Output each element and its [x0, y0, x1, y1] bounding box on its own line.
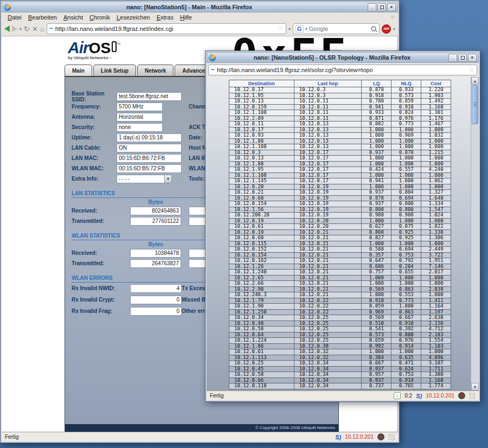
stat-value-input[interactable] — [130, 249, 181, 258]
url-bar[interactable]: ~ ☆ — [208, 65, 477, 75]
history-dropdown-icon[interactable]: ▾ — [20, 27, 22, 31]
maximize-button[interactable] — [458, 54, 467, 62]
field-input[interactable] — [117, 92, 182, 101]
firefox-icon — [4, 4, 11, 11]
url-dropdown-icon[interactable]: ▾ — [288, 27, 291, 31]
table-row: 10.12.1.7910.12.0.220.9180.7731.411 — [229, 298, 451, 304]
resize-grip[interactable] — [388, 434, 395, 440]
minimize-button[interactable]: _ — [368, 3, 376, 11]
main-title-bar[interactable]: nano: [NanoStation5] - Main - Mozilla Fi… — [2, 2, 398, 12]
menu-hilfe[interactable]: Hilfe — [177, 14, 195, 21]
field-input[interactable] — [117, 133, 182, 142]
extra-info-select[interactable]: - - - -▼ — [117, 175, 172, 183]
field-input[interactable] — [117, 164, 182, 173]
field-input[interactable] — [117, 144, 182, 152]
close-button[interactable]: × — [468, 54, 477, 62]
vertical-scrollbar[interactable]: ▲ ▼ — [471, 77, 479, 391]
scrollbar-thumb[interactable] — [472, 85, 478, 124]
airos-logo: AirOS™ by Ubiquiti Networks ~ — [68, 39, 120, 60]
resize-grip[interactable] — [469, 393, 476, 399]
forward-button[interactable] — [12, 25, 17, 32]
menu-datei[interactable]: Datei — [4, 14, 25, 21]
table-row: 10.12.1.9510.12.0.30.9180.5731.903 — [229, 93, 451, 99]
table-row: 10.12.0.310.12.0.170.9370.8781.215 — [229, 150, 451, 156]
field-label: LAN Cable: — [72, 145, 117, 151]
table-row: 10.12.1.9010.12.0.220.8591.0001.164 — [229, 304, 451, 310]
menu-bearbeiten[interactable]: Bearbeiten — [25, 14, 60, 21]
reload-button[interactable]: ↻ — [24, 25, 30, 33]
topo-url-row: ~ ☆ — [207, 63, 479, 77]
table-row: 10.12.1.14510.12.0.170.9411.0001.062 — [229, 178, 451, 184]
search-input[interactable] — [309, 25, 369, 32]
table-row: 10.12.0.1310.12.0.110.7800.8591.492 — [229, 99, 451, 105]
table-row: 10.12.0.11510.12.0.211.0001.0001.000 — [229, 241, 451, 247]
close-button[interactable]: × — [387, 3, 396, 11]
field-input[interactable] — [117, 123, 163, 132]
error-label: Rx Invalid NWID: — [72, 285, 126, 291]
url-input[interactable] — [217, 67, 466, 73]
tab-main[interactable]: Main — [65, 65, 92, 76]
google-engine-icon[interactable]: G — [296, 25, 304, 33]
table-row: 10.12.0.2510.12.0.340.6670.4713.187 — [229, 361, 451, 367]
maximize-button[interactable] — [377, 3, 386, 11]
table-row: 10.12.0.15910.12.0.110.9410.9101.168 — [229, 104, 451, 110]
table-row: 10.12.2.6610.12.0.211.0001.0001.000 — [229, 281, 451, 287]
url-bar[interactable]: ~ ☆ — [47, 23, 286, 34]
selected-value: - - - - — [117, 176, 164, 182]
search-bar[interactable]: G ▾ — [293, 23, 380, 34]
abp-dropdown-icon[interactable]: ▾ — [393, 27, 395, 31]
stat-label: Transmitted: — [72, 218, 126, 224]
topology-table: DestinationLast hopLQNLQCost 10.12.0.171… — [229, 80, 451, 389]
error-value-input[interactable] — [130, 284, 182, 293]
topo-status-bar: Fertig ↓ 0:2 S) 10.12.0.201 ✕ — [207, 391, 479, 400]
engine-dropdown-icon[interactable]: ▾ — [305, 27, 307, 31]
table-row: 10.12.0.6010.12.0.190.8780.6941.640 — [229, 195, 451, 201]
table-row: 10.12.0.1710.12.0.131.0001.0001.000 — [229, 127, 451, 133]
blocked-content-icon[interactable]: ✕ — [458, 392, 465, 399]
scroll-up-icon[interactable]: ▲ — [471, 77, 479, 85]
field-input[interactable] — [117, 113, 163, 121]
back-button[interactable] — [4, 25, 10, 32]
scroll-down-icon[interactable]: ▼ — [471, 383, 479, 391]
adblock-plus-icon[interactable]: ABP — [382, 24, 391, 34]
field-input[interactable] — [117, 154, 182, 163]
tab-link-setup[interactable]: Link Setup — [93, 65, 136, 76]
table-row: 10.12.0.1710.12.0.30.8780.9331.220 — [229, 87, 451, 93]
bookmark-star-icon[interactable]: ☆ — [468, 66, 474, 74]
minimize-button[interactable]: _ — [448, 54, 457, 62]
menu-ansicht[interactable]: Ansicht — [60, 14, 86, 21]
error-value-input[interactable] — [130, 296, 182, 304]
table-row: 10.12.0.1910.12.0.210.8080.9251.338 — [229, 229, 451, 235]
stat-value-input[interactable] — [130, 207, 181, 215]
field-input[interactable] — [117, 103, 163, 111]
bookmark-star-icon[interactable]: ☆ — [278, 25, 284, 33]
field-label-right: Tools: — [189, 176, 204, 182]
stat-value-input[interactable] — [130, 217, 181, 226]
download-manager-icon[interactable]: ↓ — [394, 392, 401, 399]
menu-chronik[interactable]: Chronik — [86, 14, 113, 21]
table-row: 10.12.0.4010.12.0.250.5100.9102.156 — [229, 321, 451, 327]
stat-label: Transmitted: — [72, 260, 126, 266]
tab-network[interactable]: Network — [137, 65, 174, 76]
url-input[interactable] — [55, 25, 276, 32]
chevron-down-icon[interactable]: ▼ — [164, 175, 171, 183]
airos-logo-air: Air — [68, 39, 89, 56]
proxy-s-icon[interactable]: S) — [416, 393, 422, 399]
stop-button[interactable]: ✕ — [32, 25, 38, 33]
proxy-s-icon[interactable]: S) — [335, 434, 341, 440]
navigation-toolbar: ▾ ↻ ✕ ⌂ ~ ☆ ▾ G ▾ ABP ▾ — [2, 22, 398, 36]
site-favicon: ~ — [49, 25, 53, 33]
blocked-content-icon[interactable]: ✕ — [377, 433, 384, 440]
main-status-text: Fertig — [5, 434, 19, 440]
search-icon[interactable] — [370, 25, 377, 32]
topo-title-bar[interactable]: nano: [NanoStation5] - OLSR Topology - M… — [207, 52, 479, 63]
field-label: Base Station SSID: — [72, 91, 117, 103]
stat-value-input[interactable] — [130, 259, 181, 268]
error-value-input[interactable] — [130, 307, 182, 316]
home-button[interactable]: ⌂ — [40, 25, 44, 33]
field-label: Antenna: — [72, 114, 117, 120]
menu-lesezeichen[interactable]: Lesezeichen — [113, 14, 153, 21]
topo-status-text: Fertig — [210, 393, 224, 399]
menu-extras[interactable]: Extras — [153, 14, 177, 21]
table-row: 10.12.0.15210.12.0.210.5880.6942.449 — [229, 247, 451, 253]
